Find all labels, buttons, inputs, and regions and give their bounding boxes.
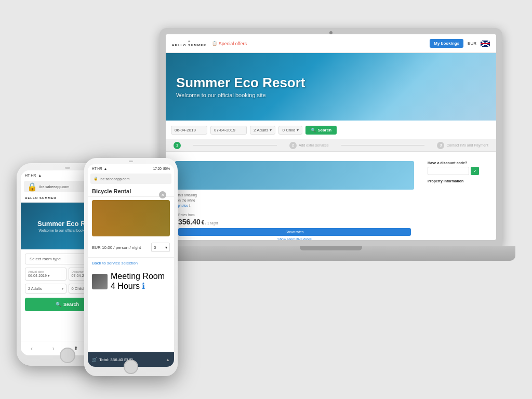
lock-icon: 🔒 [27,182,37,192]
step-3-num: 3 [437,142,444,149]
laptop-main-content: n this amazing t on the white o photos ℹ… [166,152,496,240]
step-2: 2 Add extra services [289,142,329,149]
phone2-statusbar: HT HR ▲ 17:20 80% [88,164,174,172]
show-rates-button[interactable]: Show rates [178,228,411,236]
phone2-home-button[interactable] [124,360,138,374]
room-image [175,161,414,190]
quantity-select[interactable]: 0 ▾ [151,243,170,252]
laptop-child-select[interactable]: 0 Child ▾ [278,126,302,135]
phone2-device: HT HR ▲ 17:20 80% 🔒 ibe.sabeeapp.com Bic… [84,158,178,376]
meeting-room-service: Meeting Room 4 Hours ℹ [92,272,170,291]
step-2-num: 2 [289,142,297,149]
scene: ✦ HELLO SUMMER 📋 Special offers My booki… [17,12,515,387]
service-thumbnail [92,274,108,289]
laptop-screen: ✦ HELLO SUMMER 📋 Special offers My booki… [166,34,496,240]
price-text: EUR 10.00 / person / night [92,245,148,250]
step-divider-2 [341,145,425,145]
bike-image-overlay [92,200,170,236]
step-3: 3 Contact info and Payment [437,142,488,149]
laptop-adults-select[interactable]: 2 Adults ▾ [250,126,275,135]
booking-steps: 1 2 Add extra services 3 Contact info an… [166,139,496,152]
chevron-down-icon: ▾ [270,128,272,132]
hero-overlay [392,53,496,121]
room-price-box: Rates from 356.40 € / 1 Night Show rates… [175,210,414,240]
laptop-hero: Summer Eco Resort Welcome to our officia… [166,53,496,121]
laptop-arrival-date[interactable]: 06-04-2019 [171,126,207,135]
discount-check-button[interactable]: ✓ [471,167,479,175]
step-1: 1 [174,142,181,149]
room-card: n this amazing t on the white o photos ℹ… [171,157,418,240]
phone1-adults-select[interactable]: 2 Adults ▾ [25,284,66,294]
modal-close-button[interactable]: ✕ [159,191,166,198]
phone2-urlbar[interactable]: 🔒 ibe.sabeeapp.com [90,174,171,184]
service-name: Meeting Room 4 Hours ℹ [111,272,170,291]
forward-icon[interactable]: › [52,345,55,352]
step-divider [193,145,277,145]
laptop-header: ✦ HELLO SUMMER 📋 Special offers My booki… [166,34,496,53]
phone2-modal-title: Bicycle Rental [92,188,170,194]
laptop-base [147,246,515,261]
laptop-search-bar: 06-04-2019 07-04-2019 2 Adults ▾ 0 Child… [166,121,496,139]
discount-code-input[interactable] [428,167,469,175]
laptop-search-button[interactable]: 🔍 Search [305,126,337,135]
laptop-header-right: My bookings EUR [430,39,490,48]
phone2-screen: HT HR ▲ 17:20 80% 🔒 ibe.sabeeapp.com Bic… [88,164,174,367]
phone1-camera [65,167,70,169]
laptop-device: ✦ HELLO SUMMER 📋 Special offers My booki… [147,28,515,277]
price-row: EUR 10.00 / person / night 0 ▾ [92,243,170,252]
currency-selector[interactable]: EUR [468,41,476,46]
wifi-icon: ▲ [104,167,107,170]
chevron-up-icon: ▲ [166,357,170,362]
phone2-camera [129,161,133,162]
hero-text: Summer Eco Resort Welcome to our officia… [176,75,305,99]
chevron-down-icon: ▾ [48,274,50,277]
room-price: 356.40 € / 1 Night [178,218,411,226]
phone1-arrival-field[interactable]: Arrival date 06-04-2019 ▾ [25,268,66,281]
back-to-service-link[interactable]: Back to service selection [88,257,174,269]
phone2-service-info: EUR 10.00 / person / night 0 ▾ [88,240,174,257]
laptop-departure-date[interactable]: 07-04-2019 [210,126,247,135]
chevron-down-icon: ▾ [165,245,167,250]
language-flag[interactable] [481,41,490,47]
discount-code-row: ✓ [428,167,487,175]
chevron-down-icon: ▾ [297,128,299,132]
search-icon: 🔍 [56,302,61,307]
hero-subtitle: Welcome to our official booking site [176,92,305,98]
laptop-logo: ✦ HELLO SUMMER [172,39,207,48]
property-info-link[interactable]: Property Information [428,179,487,183]
bicycle-rental-image [92,200,170,236]
phone2-frame: HT HR ▲ 17:20 80% 🔒 ibe.sabeeapp.com Bic… [84,158,178,376]
search-icon: 🔍 [311,128,316,132]
back-icon[interactable]: ‹ [31,345,33,352]
cart-icon: 🛒 [92,357,97,362]
hero-title: Summer Eco Resort [176,75,305,90]
chevron-down-icon: ▾ [62,287,63,290]
phone1-home-button[interactable] [60,348,75,363]
laptop-special-offers[interactable]: 📋 Special offers [212,41,247,46]
laptop-body: ✦ HELLO SUMMER 📋 Special offers My booki… [159,28,502,246]
alt-dates-link[interactable]: Show alternative dates [178,237,411,240]
my-bookings-button[interactable]: My bookings [430,39,463,48]
laptop-sidebar: Have a discount code? ✓ Property Informa… [423,157,491,240]
share-icon[interactable]: ⬆ [74,345,78,351]
room-description: n this amazing t on the white o photos ℹ [175,193,414,208]
step-1-num: 1 [174,142,181,149]
lock-icon: 🔒 [94,177,98,181]
wifi-icon: ▲ [38,174,42,177]
